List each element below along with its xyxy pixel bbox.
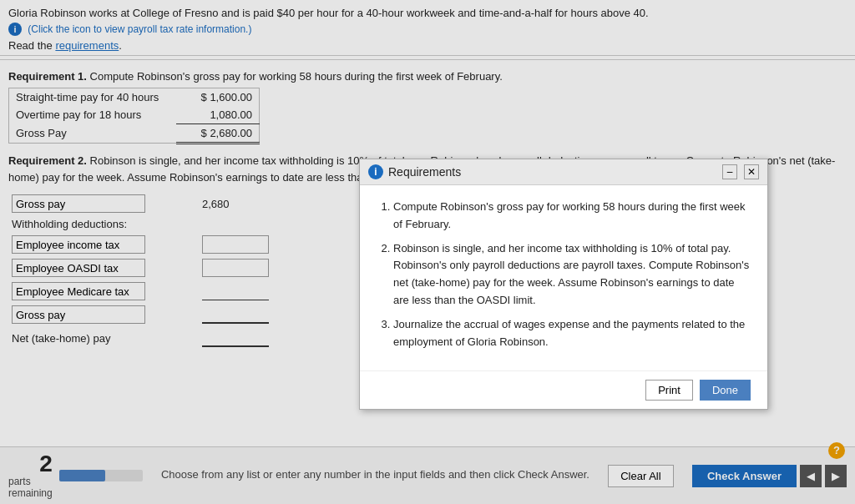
print-button[interactable]: Print — [645, 380, 693, 401]
list-item: Compute Robinson's gross pay for working… — [393, 199, 751, 234]
done-button[interactable]: Done — [700, 380, 751, 401]
modal-minimize-button[interactable]: – — [722, 164, 737, 179]
modal-controls: – ✕ — [722, 164, 759, 179]
modal-title-text: Requirements — [388, 165, 461, 179]
modal-header: i Requirements – ✕ — [360, 159, 767, 185]
modal-close-button[interactable]: ✕ — [744, 164, 759, 179]
requirements-list: Compute Robinson's gross pay for working… — [377, 199, 751, 350]
list-item: Robinson is single, and her income tax w… — [393, 240, 751, 310]
modal-body: Compute Robinson's gross pay for working… — [360, 185, 767, 370]
requirements-modal: i Requirements – ✕ Compute Robinson's gr… — [359, 159, 768, 410]
modal-footer: Print Done — [360, 370, 767, 409]
modal-title: i Requirements — [368, 164, 461, 179]
modal-overlay: i Requirements – ✕ Compute Robinson's gr… — [0, 0, 855, 504]
list-item: Journalize the accrual of wages expense … — [393, 316, 751, 351]
modal-info-icon: i — [368, 164, 383, 179]
